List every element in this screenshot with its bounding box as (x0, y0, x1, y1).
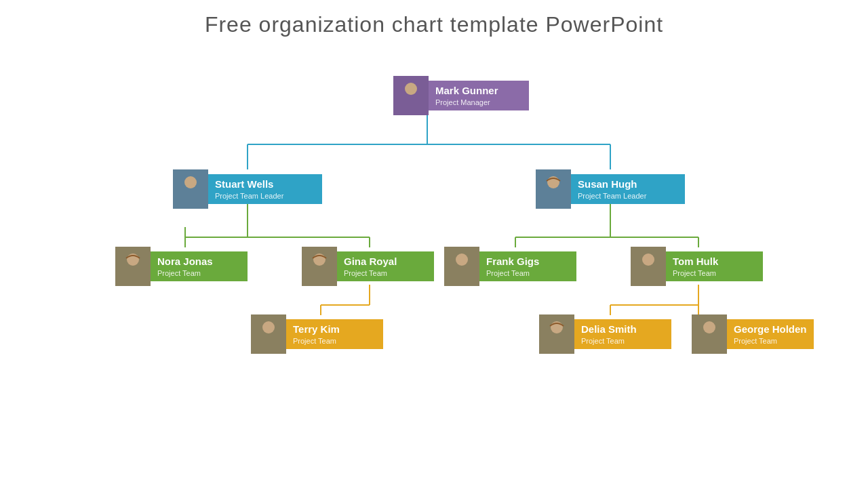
node-text-stuart: Stuart Wells Project Team Leader (208, 174, 322, 204)
node-text-george: George Holden Project Team (727, 319, 814, 349)
page: Free organization chart template PowerPo… (0, 0, 868, 488)
node-frank: Frank Gigs Project Team (444, 247, 576, 285)
node-role-gina: Project Team (344, 269, 427, 277)
avatar-delia (539, 314, 574, 354)
node-nora: Nora Jonas Project Team (115, 247, 248, 285)
node-susan: Susan Hugh Project Team Leader (536, 169, 685, 209)
node-role-frank: Project Team (486, 269, 570, 277)
node-name-george: George Holden (734, 323, 807, 336)
node-role-susan: Project Team Leader (578, 192, 678, 200)
node-delia: Delia Smith Project Team (539, 315, 671, 352)
avatar-nora (115, 247, 151, 286)
svg-point-29 (703, 321, 715, 333)
node-name-nora: Nora Jonas (157, 256, 241, 268)
node-role-tom: Project Team (673, 269, 756, 277)
node-name-susan: Susan Hugh (578, 178, 678, 190)
avatar-terry (251, 314, 286, 354)
node-role-nora: Project Team (157, 269, 241, 277)
svg-point-21 (184, 176, 197, 188)
node-gina: Gina Royal Project Team (302, 247, 434, 285)
node-text-susan: Susan Hugh Project Team Leader (571, 174, 685, 204)
avatar-gina (302, 247, 337, 286)
node-stuart: Stuart Wells Project Team Leader (173, 169, 322, 209)
svg-point-20 (405, 83, 417, 95)
node-text-delia: Delia Smith Project Team (574, 319, 671, 349)
avatar-susan (536, 169, 571, 209)
node-text-gina: Gina Royal Project Team (337, 251, 434, 281)
node-role-mark: Project Manager (435, 98, 522, 106)
node-text-terry: Terry Kim Project Team (286, 319, 383, 349)
avatar-stuart (173, 169, 208, 209)
node-name-tom: Tom Hulk (673, 256, 756, 268)
node-tom: Tom Hulk Project Team (631, 247, 763, 285)
node-role-terry: Project Team (293, 337, 376, 345)
avatar-george (692, 314, 727, 354)
node-name-stuart: Stuart Wells (215, 178, 315, 190)
node-name-delia: Delia Smith (581, 323, 665, 336)
node-name-mark: Mark Gunner (435, 85, 522, 97)
node-role-delia: Project Team (581, 337, 665, 345)
page-title: Free organization chart template PowerPo… (205, 12, 663, 37)
node-text-tom: Tom Hulk Project Team (666, 251, 763, 281)
node-george: George Holden Project Team (692, 315, 814, 352)
node-text-frank: Frank Gigs Project Team (479, 251, 576, 281)
node-text-mark: Mark Gunner Project Manager (429, 81, 529, 110)
node-mark: Mark Gunner Project Manager (393, 76, 529, 115)
node-name-frank: Frank Gigs (486, 256, 570, 268)
chart-area: Mark Gunner Project Manager Stuart Wells… (61, 44, 807, 464)
avatar-mark (393, 76, 429, 115)
node-role-stuart: Project Team Leader (215, 192, 315, 200)
avatar-tom (631, 247, 666, 286)
node-role-george: Project Team (734, 337, 807, 345)
svg-point-25 (456, 253, 468, 266)
svg-point-27 (262, 321, 275, 333)
avatar-frank (444, 247, 479, 286)
node-terry: Terry Kim Project Team (251, 315, 383, 352)
node-name-terry: Terry Kim (293, 323, 376, 336)
node-name-gina: Gina Royal (344, 256, 427, 268)
node-text-nora: Nora Jonas Project Team (151, 251, 248, 281)
svg-point-26 (642, 253, 654, 266)
